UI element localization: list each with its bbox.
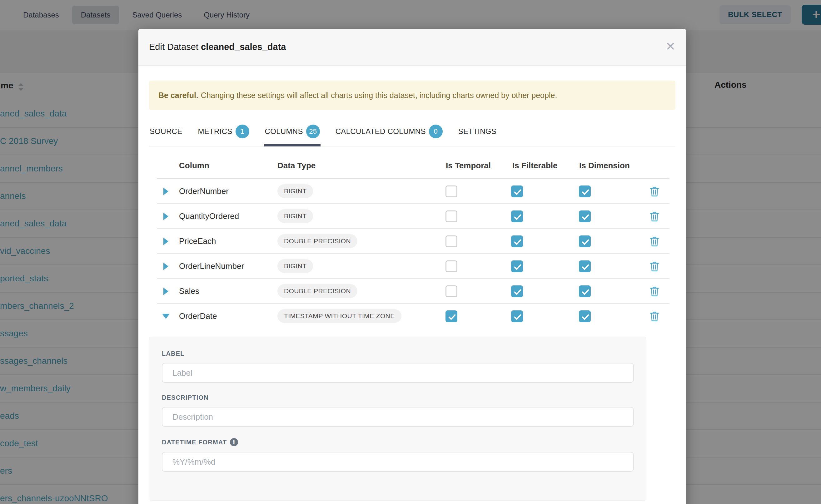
expand-caret-icon[interactable] [163, 288, 168, 295]
column-name: QuantityOrdered [179, 211, 239, 221]
header-column: Column [179, 161, 209, 170]
columns-table: Column Data Type Is Temporal Is Filterab… [157, 146, 670, 329]
is-temporal-checkbox-unchecked[interactable] [446, 210, 458, 222]
label-field-label: LABEL [162, 350, 646, 357]
datetime-format-field-label: DATETIME FORMAT i [162, 438, 646, 446]
is-filterable-checkbox-checked[interactable] [511, 310, 523, 322]
expand-caret-icon[interactable] [163, 263, 168, 270]
column-name: OrderDate [179, 311, 217, 321]
is-temporal-checkbox-unchecked[interactable] [446, 235, 458, 247]
is-dimension-checkbox-checked[interactable] [579, 235, 591, 247]
expand-caret-icon[interactable] [163, 188, 168, 195]
data-type-pill: BIGINT [277, 209, 313, 223]
is-temporal-checkbox-checked[interactable] [446, 310, 458, 322]
info-icon[interactable]: i [230, 438, 238, 446]
delete-column-trash-icon[interactable] [650, 211, 660, 223]
is-dimension-checkbox-checked[interactable] [579, 260, 591, 272]
modal-title-prefix: Edit Dataset [149, 42, 201, 52]
tab-settings[interactable]: SETTINGS [458, 120, 497, 146]
tab-label: METRICS [198, 127, 232, 136]
columns-table-header: Column Data Type Is Temporal Is Filterab… [157, 146, 670, 179]
collapse-caret-icon[interactable] [162, 314, 170, 319]
column-row-quantityordered: QuantityOrderedBIGINT [157, 204, 670, 229]
is-filterable-checkbox-checked[interactable] [511, 210, 523, 222]
is-temporal-checkbox-unchecked[interactable] [446, 285, 458, 297]
is-dimension-checkbox-checked[interactable] [579, 185, 591, 197]
data-type-pill: BIGINT [277, 259, 313, 273]
is-temporal-checkbox-unchecked[interactable] [446, 260, 458, 272]
tab-count-badge: 1 [235, 125, 249, 138]
header-data-type: Data Type [277, 161, 315, 170]
header-is-temporal: Is Temporal [446, 161, 491, 170]
data-type-pill: BIGINT [277, 184, 313, 198]
is-filterable-checkbox-checked[interactable] [511, 185, 523, 197]
screen: DatabasesDatasetsSaved QueriesQuery Hist… [0, 0, 821, 504]
description-input[interactable] [162, 407, 634, 427]
tab-label: SOURCE [150, 127, 182, 136]
is-dimension-checkbox-checked[interactable] [579, 285, 591, 297]
close-icon[interactable]: ✕ [665, 41, 675, 52]
expand-caret-icon[interactable] [163, 213, 168, 220]
warning-banner: Be careful. Changing these settings will… [149, 81, 675, 110]
column-name: PriceEach [179, 236, 216, 246]
warning-text: Changing these settings will affect all … [201, 91, 557, 100]
column-row-priceeach: PriceEachDOUBLE PRECISION [157, 229, 670, 254]
column-row-ordernumber: OrderNumberBIGINT [157, 179, 670, 204]
column-row-orderdate: OrderDateTIMESTAMP WITHOUT TIME ZONE [157, 304, 670, 329]
header-is-dimension: Is Dimension [579, 161, 630, 170]
is-temporal-checkbox-unchecked[interactable] [446, 185, 458, 197]
delete-column-trash-icon[interactable] [650, 286, 660, 298]
tab-source[interactable]: SOURCE [149, 120, 183, 146]
delete-column-trash-icon[interactable] [650, 311, 660, 323]
is-dimension-checkbox-checked[interactable] [579, 210, 591, 222]
data-type-pill: DOUBLE PRECISION [277, 234, 357, 248]
delete-column-trash-icon[interactable] [650, 236, 660, 248]
warning-bold-text: Be careful. [158, 91, 198, 100]
tab-calculated-columns[interactable]: CALCULATED COLUMNS0 [335, 120, 443, 146]
tab-columns[interactable]: COLUMNS25 [264, 120, 320, 146]
column-name: Sales [179, 286, 199, 296]
modal-header: Edit Dataset cleaned_sales_data ✕ [138, 29, 686, 66]
description-field-label: DESCRIPTION [162, 394, 646, 401]
delete-column-trash-icon[interactable] [650, 261, 660, 273]
modal-body: Be careful. Changing these settings will… [138, 81, 686, 501]
column-name: OrderLineNumber [179, 261, 244, 271]
is-filterable-checkbox-checked[interactable] [511, 235, 523, 247]
modal-title: Edit Dataset cleaned_sales_data [149, 42, 286, 52]
edit-dataset-modal: Edit Dataset cleaned_sales_data ✕ Be car… [138, 29, 686, 504]
tab-metrics[interactable]: METRICS1 [197, 120, 250, 146]
column-row-sales: SalesDOUBLE PRECISION [157, 279, 670, 304]
is-dimension-checkbox-checked[interactable] [579, 310, 591, 322]
expand-caret-icon[interactable] [163, 238, 168, 245]
modal-title-dataset-name: cleaned_sales_data [201, 42, 286, 52]
tab-count-badge: 0 [429, 125, 443, 138]
columns-table-rows: OrderNumberBIGINTQuantityOrderedBIGINTPr… [157, 179, 670, 329]
datetime-format-input[interactable] [162, 452, 634, 472]
header-is-filterable: Is Filterable [512, 161, 558, 170]
label-input[interactable] [162, 363, 634, 383]
tab-label: SETTINGS [458, 127, 497, 136]
tab-label: COLUMNS [265, 127, 303, 136]
column-name: OrderNumber [179, 186, 229, 196]
column-row-orderlinenumber: OrderLineNumberBIGINT [157, 254, 670, 279]
is-filterable-checkbox-checked[interactable] [511, 285, 523, 297]
delete-column-trash-icon[interactable] [650, 186, 660, 198]
data-type-pill: DOUBLE PRECISION [277, 284, 357, 298]
column-detail-panel: LABEL DESCRIPTION DATETIME FORMAT i [149, 337, 646, 501]
is-filterable-checkbox-checked[interactable] [511, 260, 523, 272]
modal-tabs: SOURCEMETRICS1COLUMNS25CALCULATED COLUMN… [149, 120, 675, 146]
tab-count-badge: 25 [306, 125, 320, 138]
tab-label: CALCULATED COLUMNS [335, 127, 426, 136]
data-type-pill: TIMESTAMP WITHOUT TIME ZONE [277, 309, 401, 323]
